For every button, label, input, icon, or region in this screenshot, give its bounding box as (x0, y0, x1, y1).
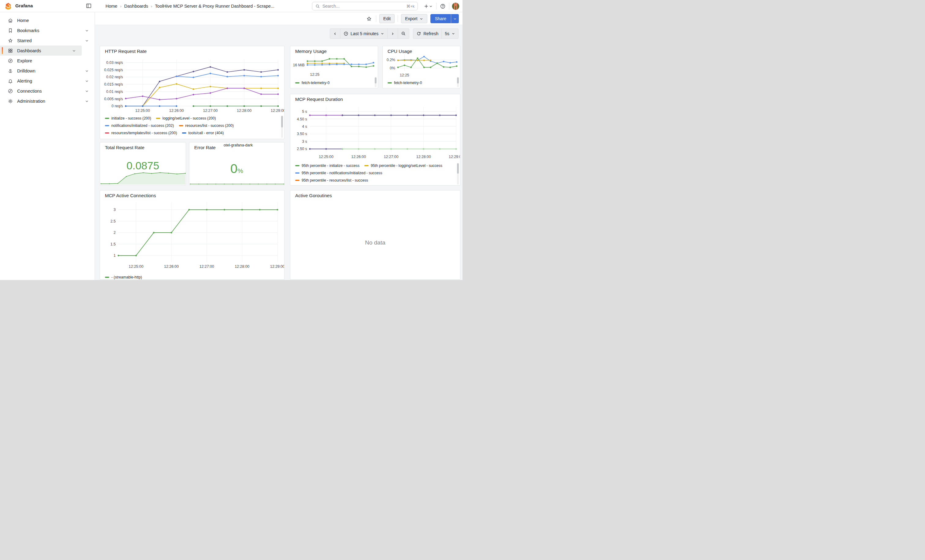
add-new-button[interactable] (423, 3, 434, 10)
chevron-down-icon (419, 17, 423, 21)
panel-error-rate: Error Rate otel-grafana-dark 0% (189, 142, 285, 186)
chevron-down-icon[interactable] (85, 29, 89, 33)
legend-item[interactable]: resources/list - success (200) (179, 123, 234, 128)
sidebar-item-label: Starred (17, 38, 85, 43)
sidebar-item-alerting[interactable]: Alerting (0, 76, 95, 86)
breadcrumb-item[interactable]: Home (105, 4, 118, 9)
svg-text:12:29:00: 12:29:00 (271, 108, 284, 113)
chevron-down-icon[interactable] (85, 99, 89, 103)
divider (376, 15, 376, 22)
magnifier-minus-icon (401, 31, 406, 36)
user-avatar[interactable] (452, 3, 459, 10)
legend-item[interactable]: 95th percentile - resources/list - succe… (295, 178, 368, 183)
legend-swatch-icon (105, 118, 109, 119)
chevron-down-icon[interactable] (72, 49, 76, 53)
time-range-picker[interactable]: Last 5 minutes (340, 29, 387, 39)
divider (398, 15, 398, 22)
legend-item[interactable]: 95th percentile - initialize - success (295, 164, 359, 168)
panel-scrollbar[interactable] (375, 77, 377, 87)
legend-item[interactable]: tools/call - error (404) (182, 131, 224, 135)
legend-item[interactable]: initialize - success (200) (105, 116, 151, 120)
search-field[interactable] (322, 4, 407, 9)
legend-label: 95th percentile - initialize - success (301, 164, 359, 168)
time-shift-forward-button[interactable] (387, 29, 398, 39)
legend-scrollbar[interactable] (457, 163, 459, 185)
search-icon (315, 4, 320, 9)
edit-button[interactable]: Edit (379, 14, 395, 23)
panel-title[interactable]: CPU Usage (387, 49, 412, 54)
svg-text:2: 2 (113, 230, 116, 235)
panel-scrollbar[interactable] (457, 77, 459, 87)
chevron-down-icon[interactable] (85, 69, 89, 73)
panel-title[interactable]: Active Goroutines (295, 193, 332, 198)
brand-name: Grafana (15, 3, 33, 8)
share-menu-button[interactable] (451, 14, 459, 23)
refresh-button[interactable]: Refresh (413, 29, 442, 39)
mcp-active-connections-chart: 11.522.5312:25:0012:26:0012:27:0012:28:0… (100, 191, 284, 272)
legend-label: tools/call - error (404) (188, 131, 224, 135)
bookmark-icon (8, 28, 13, 33)
stat-value: 0% (189, 161, 284, 176)
home-icon (8, 18, 13, 23)
share-button[interactable]: Share (430, 14, 451, 23)
legend-item[interactable]: tools/list - success (200) (157, 138, 204, 139)
star-icon (366, 16, 372, 22)
breadcrumb-item[interactable]: ToolHive MCP Server & Proxy Runner Dashb… (155, 4, 275, 9)
favorite-star-button[interactable] (365, 15, 373, 23)
legend-item[interactable]: resources/templates/list - success (200) (105, 131, 177, 135)
mcp-request-duration-chart: 2.50 s3 s3.50 s4 s4.50 s5 s12:25:0012:26… (290, 94, 460, 161)
svg-text:12:25: 12:25 (400, 73, 409, 77)
legend-item[interactable]: fetch-telemetry-0 (387, 81, 422, 85)
legend-item[interactable]: fetch-telemetry-0 (295, 81, 330, 85)
sidebar-item-bookmarks[interactable]: Bookmarks (0, 26, 95, 36)
legend-row: 95th percentile - resources/list - succe… (295, 177, 456, 184)
chevron-down-icon[interactable] (85, 79, 89, 83)
sidebar-item-home[interactable]: Home (0, 15, 95, 26)
time-controls: Last 5 minutes Refresh 5s (330, 29, 458, 41)
chevron-down-icon[interactable] (85, 39, 89, 43)
legend-item[interactable]: 95th percentile - notifications/initiali… (295, 171, 383, 175)
panel-title[interactable]: Memory Usage (295, 49, 327, 54)
panel-title[interactable]: HTTP Request Rate (105, 49, 146, 54)
breadcrumb-item[interactable]: Dashboards (124, 4, 148, 9)
panel-title[interactable]: MCP Request Duration (295, 97, 343, 102)
zoom-out-time-button[interactable] (398, 29, 409, 39)
chevron-down-icon[interactable] (85, 89, 89, 93)
chevron-down-icon (429, 4, 433, 8)
refresh-group: Refresh 5s (413, 29, 458, 41)
legend-swatch-icon (156, 118, 160, 119)
sidebar-toggle-icon[interactable] (85, 3, 92, 10)
legend-row: resources/templates/list - success (200)… (105, 129, 280, 137)
export-button[interactable]: Export (401, 14, 427, 23)
help-button[interactable] (439, 3, 447, 10)
sidebar-item-administration[interactable]: Administration (0, 96, 95, 106)
sidebar-item-explore[interactable]: Explore (0, 56, 95, 66)
chevron-right-icon (391, 32, 395, 36)
grafana-dashboard-screen: Grafana Home›Dashboards›ToolHive MCP Ser… (0, 0, 462, 280)
legend-item[interactable]: tools/call - success (200) (105, 138, 152, 139)
sidebar-item-dashboards[interactable]: Dashboards (0, 45, 82, 56)
svg-text:2.5: 2.5 (110, 219, 116, 224)
legend-scrollbar[interactable] (281, 116, 283, 138)
sidebar-item-drilldown[interactable]: Drilldown (0, 66, 95, 76)
legend-label: initialize - success (200) (111, 116, 151, 120)
panel-title[interactable]: Error Rate (194, 145, 215, 150)
legend-label: resources/templates/list - success (200) (111, 131, 177, 135)
grafana-logo-icon[interactable] (4, 2, 12, 10)
chart-legend: fetch-telemetry-0 (387, 79, 456, 87)
legend-item[interactable]: unknown - success (200) (209, 138, 256, 139)
refresh-interval-picker[interactable]: 5s (442, 29, 458, 39)
sidebar-item-connections[interactable]: Connections (0, 86, 95, 96)
sidebar-item-starred[interactable]: Starred (0, 36, 95, 45)
svg-text:12:25:00: 12:25:00 (319, 155, 333, 159)
legend-item[interactable]: notifications/initialized - success (202… (105, 123, 174, 128)
plus-icon (424, 4, 429, 9)
search-input[interactable]: ⌘+k (312, 2, 418, 11)
time-shift-back-button[interactable] (330, 29, 340, 39)
panel-title[interactable]: MCP Active Connections (105, 193, 156, 198)
legend-item[interactable]: 95th percentile - logging/setLevel - suc… (364, 164, 442, 168)
legend-item[interactable]: logging/setLevel - success (200) (156, 116, 216, 120)
svg-text:12:26:00: 12:26:00 (351, 155, 366, 159)
legend-item[interactable]: - (streamable-http) (105, 275, 142, 279)
panel-title[interactable]: Total Request Rate (105, 145, 145, 150)
